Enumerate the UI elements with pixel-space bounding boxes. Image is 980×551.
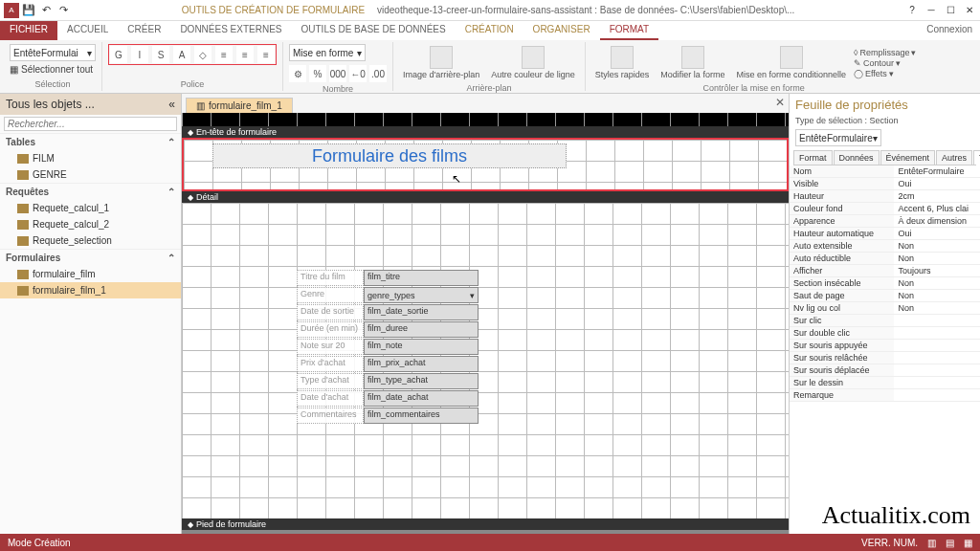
- nav-item[interactable]: GENRE: [0, 166, 181, 183]
- undo-icon[interactable]: ↶: [38, 3, 54, 18]
- property-value[interactable]: Non: [894, 290, 980, 301]
- select-all-button[interactable]: ▦Sélectionner tout: [10, 64, 96, 75]
- view-design-icon[interactable]: ▥: [927, 538, 936, 548]
- property-row[interactable]: ApparenceÀ deux dimension: [790, 215, 980, 228]
- shape-fill-button[interactable]: ◊Remplissage ▾: [854, 48, 916, 57]
- property-row[interactable]: Hauteur automatiqueOui: [790, 228, 980, 240]
- property-value[interactable]: [894, 352, 980, 364]
- form-field-row[interactable]: Type d'achatfilm_type_achat: [297, 373, 479, 389]
- nav-section-header[interactable]: Tables⌃: [0, 133, 181, 150]
- bold-button[interactable]: G: [110, 46, 127, 63]
- property-row[interactable]: Sur souris déplacée: [790, 364, 980, 377]
- proptab-evenement[interactable]: Événement: [880, 150, 936, 165]
- property-value[interactable]: Oui: [894, 178, 980, 189]
- fill-color-button[interactable]: ◇: [194, 46, 212, 63]
- property-value[interactable]: [894, 389, 980, 401]
- italic-button[interactable]: I: [131, 46, 148, 63]
- design-canvas[interactable]: En-tête de formulaire Formulaire des fil…: [182, 113, 789, 534]
- maximize-icon[interactable]: ☐: [944, 4, 957, 17]
- property-row[interactable]: NomEntêteFormulaire: [790, 165, 980, 178]
- save-icon[interactable]: 💾: [21, 3, 36, 18]
- search-input[interactable]: [4, 117, 177, 131]
- field-label[interactable]: Durée (en min): [297, 321, 364, 338]
- property-value[interactable]: [894, 327, 980, 339]
- field-control[interactable]: film_duree: [364, 321, 479, 338]
- proptab-format[interactable]: Format: [793, 150, 833, 165]
- property-value[interactable]: [894, 340, 980, 351]
- tab-creation[interactable]: CRÉATION: [456, 21, 523, 40]
- tab-outils-bdd[interactable]: OUTILS DE BASE DE DONNÉES: [292, 21, 456, 40]
- field-control[interactable]: film_prix_achat: [364, 356, 479, 372]
- field-control[interactable]: film_date_sortie: [364, 304, 479, 320]
- property-row[interactable]: Section insécableNon: [790, 277, 980, 290]
- section-footer-bar[interactable]: Pied de formulaire: [182, 518, 789, 530]
- propsheet-object-combo[interactable]: EntêteFormulaire▾: [795, 129, 881, 146]
- property-row[interactable]: Couleur fondAccent 6, Plus clai: [790, 203, 980, 215]
- section-detail-bar[interactable]: Détail: [182, 191, 789, 203]
- increase-decimal-button[interactable]: .00: [369, 65, 387, 82]
- form-header-section[interactable]: Formulaire des films ↖: [182, 138, 789, 191]
- proptab-autres[interactable]: Autres: [936, 150, 972, 165]
- number-format-combo[interactable]: Mise en forme▾: [289, 44, 366, 61]
- form-field-row[interactable]: Commentairesfilm_commentaires: [297, 408, 479, 424]
- doc-tab[interactable]: ▥formulaire_film_1: [186, 98, 293, 113]
- field-label[interactable]: Type d'achat: [297, 373, 364, 389]
- form-detail-section[interactable]: Titre du filmfilm_titreGenregenre_types▾…: [182, 203, 789, 518]
- property-value[interactable]: [894, 377, 980, 388]
- tab-organiser[interactable]: ORGANISER: [523, 21, 600, 40]
- change-shape-button[interactable]: Modifier la forme: [657, 44, 728, 81]
- percent-button[interactable]: %: [309, 65, 326, 82]
- decrease-decimal-button[interactable]: ←0: [349, 65, 367, 82]
- thousands-button[interactable]: 000: [329, 65, 346, 82]
- form-title-label[interactable]: Formulaire des films: [212, 143, 567, 168]
- font-color-button[interactable]: A: [173, 46, 190, 63]
- quick-styles-button[interactable]: Styles rapides: [591, 44, 654, 81]
- nav-item[interactable]: formulaire_film: [0, 266, 181, 282]
- nav-section-header[interactable]: Formulaires⌃: [0, 249, 181, 266]
- property-value[interactable]: Non: [894, 240, 980, 252]
- property-row[interactable]: AfficherToujours: [790, 265, 980, 277]
- property-row[interactable]: Nv lig ou colNon: [790, 302, 980, 315]
- field-label[interactable]: Prix d'achat: [297, 356, 364, 372]
- property-row[interactable]: VisibleOui: [790, 178, 980, 190]
- shape-outline-button[interactable]: ✎Contour ▾: [854, 58, 916, 68]
- nav-item[interactable]: Requete_calcul_2: [0, 216, 181, 232]
- tab-creer[interactable]: CRÉER: [118, 21, 170, 40]
- property-value[interactable]: 2cm: [894, 190, 980, 202]
- currency-button[interactable]: ⚙: [289, 65, 306, 82]
- form-field-row[interactable]: Durée (en min)film_duree: [297, 321, 479, 338]
- property-value[interactable]: Non: [894, 302, 980, 314]
- tab-accueil[interactable]: ACCUEIL: [57, 21, 118, 40]
- tab-format[interactable]: FORMAT: [600, 21, 658, 40]
- property-value[interactable]: Non: [894, 277, 980, 289]
- property-value[interactable]: Toujours: [894, 265, 980, 276]
- nav-title[interactable]: Tous les objets ...«: [0, 94, 181, 115]
- field-label[interactable]: Genre: [297, 287, 364, 303]
- property-value[interactable]: À deux dimension: [894, 215, 980, 227]
- field-control[interactable]: film_commentaires: [364, 408, 479, 424]
- property-value[interactable]: Accent 6, Plus clai: [894, 203, 980, 214]
- nav-section-header[interactable]: Requêtes⌃: [0, 183, 181, 200]
- property-row[interactable]: Auto réductibleNon: [790, 253, 980, 265]
- field-label[interactable]: Commentaires: [297, 408, 364, 424]
- nav-item[interactable]: formulaire_film_1: [0, 282, 181, 298]
- background-image-button[interactable]: Image d'arrière-plan: [399, 44, 483, 81]
- form-field-row[interactable]: Date d'achatfilm_date_achat: [297, 390, 479, 407]
- form-field-row[interactable]: Prix d'achatfilm_prix_achat: [297, 356, 479, 372]
- property-row[interactable]: Sur double clic: [790, 327, 980, 340]
- view-layout-icon[interactable]: ▦: [964, 538, 972, 548]
- property-value[interactable]: [894, 315, 980, 326]
- tab-donnees-externes[interactable]: DONNÉES EXTERNES: [170, 21, 291, 40]
- field-label[interactable]: Note sur 20: [297, 339, 364, 355]
- tab-fichier[interactable]: FICHIER: [0, 21, 57, 40]
- alt-row-color-button[interactable]: Autre couleur de ligne: [487, 44, 579, 81]
- align-center-button[interactable]: ≡: [236, 46, 254, 63]
- property-row[interactable]: Hauteur2cm: [790, 190, 980, 203]
- nav-item[interactable]: Requete_selection: [0, 232, 181, 249]
- form-field-row[interactable]: Genregenre_types▾: [297, 287, 479, 303]
- property-value[interactable]: Oui: [894, 228, 980, 239]
- form-field-row[interactable]: Titre du filmfilm_titre: [297, 270, 479, 286]
- field-control[interactable]: genre_types▾: [364, 287, 479, 303]
- nav-item[interactable]: FILM: [0, 150, 181, 166]
- doc-close-button[interactable]: ✕: [775, 96, 785, 109]
